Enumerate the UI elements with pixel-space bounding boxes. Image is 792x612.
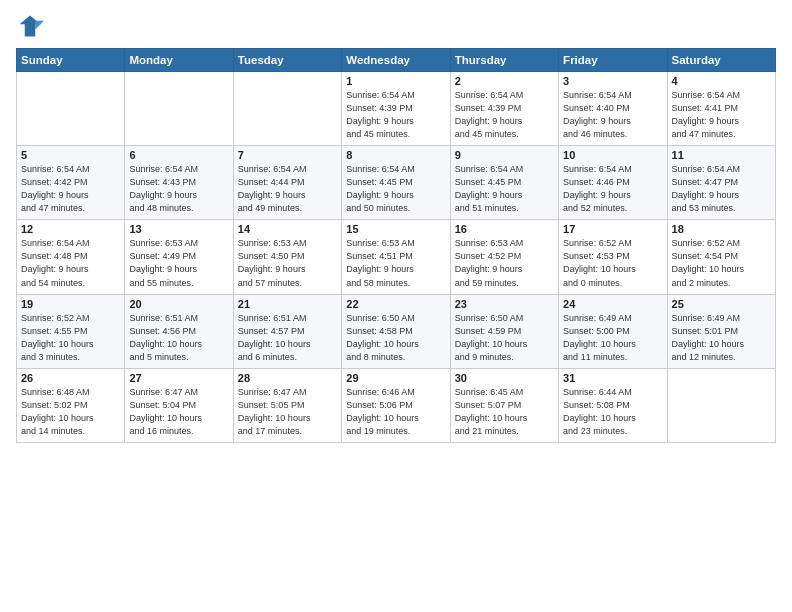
day-info: Sunrise: 6:54 AM Sunset: 4:48 PM Dayligh… bbox=[21, 237, 120, 289]
weekday-header-wednesday: Wednesday bbox=[342, 49, 450, 72]
day-cell-23: 23Sunrise: 6:50 AM Sunset: 4:59 PM Dayli… bbox=[450, 294, 558, 368]
weekday-header-sunday: Sunday bbox=[17, 49, 125, 72]
day-number: 29 bbox=[346, 372, 445, 384]
day-cell-29: 29Sunrise: 6:46 AM Sunset: 5:06 PM Dayli… bbox=[342, 368, 450, 442]
day-info: Sunrise: 6:54 AM Sunset: 4:47 PM Dayligh… bbox=[672, 163, 771, 215]
day-number: 31 bbox=[563, 372, 662, 384]
calendar-page: SundayMondayTuesdayWednesdayThursdayFrid… bbox=[0, 0, 792, 612]
day-cell-28: 28Sunrise: 6:47 AM Sunset: 5:05 PM Dayli… bbox=[233, 368, 341, 442]
week-row-1: 1Sunrise: 6:54 AM Sunset: 4:39 PM Daylig… bbox=[17, 72, 776, 146]
day-info: Sunrise: 6:54 AM Sunset: 4:44 PM Dayligh… bbox=[238, 163, 337, 215]
weekday-header-saturday: Saturday bbox=[667, 49, 775, 72]
day-info: Sunrise: 6:49 AM Sunset: 5:00 PM Dayligh… bbox=[563, 312, 662, 364]
day-cell-3: 3Sunrise: 6:54 AM Sunset: 4:40 PM Daylig… bbox=[559, 72, 667, 146]
day-info: Sunrise: 6:49 AM Sunset: 5:01 PM Dayligh… bbox=[672, 312, 771, 364]
day-cell-10: 10Sunrise: 6:54 AM Sunset: 4:46 PM Dayli… bbox=[559, 146, 667, 220]
day-cell-8: 8Sunrise: 6:54 AM Sunset: 4:45 PM Daylig… bbox=[342, 146, 450, 220]
day-number: 5 bbox=[21, 149, 120, 161]
day-number: 25 bbox=[672, 298, 771, 310]
day-cell-5: 5Sunrise: 6:54 AM Sunset: 4:42 PM Daylig… bbox=[17, 146, 125, 220]
week-row-5: 26Sunrise: 6:48 AM Sunset: 5:02 PM Dayli… bbox=[17, 368, 776, 442]
day-number: 26 bbox=[21, 372, 120, 384]
day-number: 30 bbox=[455, 372, 554, 384]
svg-marker-1 bbox=[35, 21, 44, 30]
day-info: Sunrise: 6:50 AM Sunset: 4:58 PM Dayligh… bbox=[346, 312, 445, 364]
day-cell-18: 18Sunrise: 6:52 AM Sunset: 4:54 PM Dayli… bbox=[667, 220, 775, 294]
day-info: Sunrise: 6:54 AM Sunset: 4:39 PM Dayligh… bbox=[455, 89, 554, 141]
day-info: Sunrise: 6:54 AM Sunset: 4:45 PM Dayligh… bbox=[346, 163, 445, 215]
header bbox=[16, 12, 776, 40]
week-row-4: 19Sunrise: 6:52 AM Sunset: 4:55 PM Dayli… bbox=[17, 294, 776, 368]
logo-icon bbox=[16, 12, 44, 40]
day-number: 1 bbox=[346, 75, 445, 87]
day-info: Sunrise: 6:54 AM Sunset: 4:41 PM Dayligh… bbox=[672, 89, 771, 141]
day-cell-14: 14Sunrise: 6:53 AM Sunset: 4:50 PM Dayli… bbox=[233, 220, 341, 294]
day-info: Sunrise: 6:53 AM Sunset: 4:50 PM Dayligh… bbox=[238, 237, 337, 289]
day-number: 3 bbox=[563, 75, 662, 87]
day-number: 22 bbox=[346, 298, 445, 310]
day-number: 10 bbox=[563, 149, 662, 161]
day-number: 2 bbox=[455, 75, 554, 87]
weekday-header-monday: Monday bbox=[125, 49, 233, 72]
weekday-header-friday: Friday bbox=[559, 49, 667, 72]
calendar-table: SundayMondayTuesdayWednesdayThursdayFrid… bbox=[16, 48, 776, 443]
day-info: Sunrise: 6:53 AM Sunset: 4:51 PM Dayligh… bbox=[346, 237, 445, 289]
day-number: 4 bbox=[672, 75, 771, 87]
day-cell-6: 6Sunrise: 6:54 AM Sunset: 4:43 PM Daylig… bbox=[125, 146, 233, 220]
day-number: 15 bbox=[346, 223, 445, 235]
empty-cell bbox=[17, 72, 125, 146]
day-number: 19 bbox=[21, 298, 120, 310]
day-cell-16: 16Sunrise: 6:53 AM Sunset: 4:52 PM Dayli… bbox=[450, 220, 558, 294]
day-info: Sunrise: 6:54 AM Sunset: 4:42 PM Dayligh… bbox=[21, 163, 120, 215]
day-cell-22: 22Sunrise: 6:50 AM Sunset: 4:58 PM Dayli… bbox=[342, 294, 450, 368]
day-info: Sunrise: 6:47 AM Sunset: 5:05 PM Dayligh… bbox=[238, 386, 337, 438]
day-cell-21: 21Sunrise: 6:51 AM Sunset: 4:57 PM Dayli… bbox=[233, 294, 341, 368]
day-cell-4: 4Sunrise: 6:54 AM Sunset: 4:41 PM Daylig… bbox=[667, 72, 775, 146]
day-number: 11 bbox=[672, 149, 771, 161]
day-number: 13 bbox=[129, 223, 228, 235]
day-info: Sunrise: 6:54 AM Sunset: 4:40 PM Dayligh… bbox=[563, 89, 662, 141]
empty-cell bbox=[667, 368, 775, 442]
day-cell-11: 11Sunrise: 6:54 AM Sunset: 4:47 PM Dayli… bbox=[667, 146, 775, 220]
day-cell-7: 7Sunrise: 6:54 AM Sunset: 4:44 PM Daylig… bbox=[233, 146, 341, 220]
day-number: 12 bbox=[21, 223, 120, 235]
day-info: Sunrise: 6:54 AM Sunset: 4:46 PM Dayligh… bbox=[563, 163, 662, 215]
day-number: 8 bbox=[346, 149, 445, 161]
empty-cell bbox=[233, 72, 341, 146]
day-cell-2: 2Sunrise: 6:54 AM Sunset: 4:39 PM Daylig… bbox=[450, 72, 558, 146]
weekday-header-row: SundayMondayTuesdayWednesdayThursdayFrid… bbox=[17, 49, 776, 72]
day-info: Sunrise: 6:51 AM Sunset: 4:56 PM Dayligh… bbox=[129, 312, 228, 364]
day-cell-31: 31Sunrise: 6:44 AM Sunset: 5:08 PM Dayli… bbox=[559, 368, 667, 442]
day-number: 9 bbox=[455, 149, 554, 161]
weekday-header-tuesday: Tuesday bbox=[233, 49, 341, 72]
day-number: 16 bbox=[455, 223, 554, 235]
day-number: 17 bbox=[563, 223, 662, 235]
empty-cell bbox=[125, 72, 233, 146]
day-cell-1: 1Sunrise: 6:54 AM Sunset: 4:39 PM Daylig… bbox=[342, 72, 450, 146]
day-cell-26: 26Sunrise: 6:48 AM Sunset: 5:02 PM Dayli… bbox=[17, 368, 125, 442]
day-cell-30: 30Sunrise: 6:45 AM Sunset: 5:07 PM Dayli… bbox=[450, 368, 558, 442]
day-cell-17: 17Sunrise: 6:52 AM Sunset: 4:53 PM Dayli… bbox=[559, 220, 667, 294]
day-info: Sunrise: 6:44 AM Sunset: 5:08 PM Dayligh… bbox=[563, 386, 662, 438]
day-info: Sunrise: 6:52 AM Sunset: 4:53 PM Dayligh… bbox=[563, 237, 662, 289]
day-info: Sunrise: 6:47 AM Sunset: 5:04 PM Dayligh… bbox=[129, 386, 228, 438]
day-number: 21 bbox=[238, 298, 337, 310]
day-info: Sunrise: 6:51 AM Sunset: 4:57 PM Dayligh… bbox=[238, 312, 337, 364]
week-row-3: 12Sunrise: 6:54 AM Sunset: 4:48 PM Dayli… bbox=[17, 220, 776, 294]
day-number: 18 bbox=[672, 223, 771, 235]
day-cell-12: 12Sunrise: 6:54 AM Sunset: 4:48 PM Dayli… bbox=[17, 220, 125, 294]
day-cell-27: 27Sunrise: 6:47 AM Sunset: 5:04 PM Dayli… bbox=[125, 368, 233, 442]
day-cell-9: 9Sunrise: 6:54 AM Sunset: 4:45 PM Daylig… bbox=[450, 146, 558, 220]
weekday-header-thursday: Thursday bbox=[450, 49, 558, 72]
day-info: Sunrise: 6:45 AM Sunset: 5:07 PM Dayligh… bbox=[455, 386, 554, 438]
day-cell-24: 24Sunrise: 6:49 AM Sunset: 5:00 PM Dayli… bbox=[559, 294, 667, 368]
day-info: Sunrise: 6:52 AM Sunset: 4:54 PM Dayligh… bbox=[672, 237, 771, 289]
day-info: Sunrise: 6:48 AM Sunset: 5:02 PM Dayligh… bbox=[21, 386, 120, 438]
day-cell-13: 13Sunrise: 6:53 AM Sunset: 4:49 PM Dayli… bbox=[125, 220, 233, 294]
day-number: 28 bbox=[238, 372, 337, 384]
day-cell-25: 25Sunrise: 6:49 AM Sunset: 5:01 PM Dayli… bbox=[667, 294, 775, 368]
week-row-2: 5Sunrise: 6:54 AM Sunset: 4:42 PM Daylig… bbox=[17, 146, 776, 220]
day-number: 20 bbox=[129, 298, 228, 310]
day-number: 14 bbox=[238, 223, 337, 235]
day-number: 7 bbox=[238, 149, 337, 161]
